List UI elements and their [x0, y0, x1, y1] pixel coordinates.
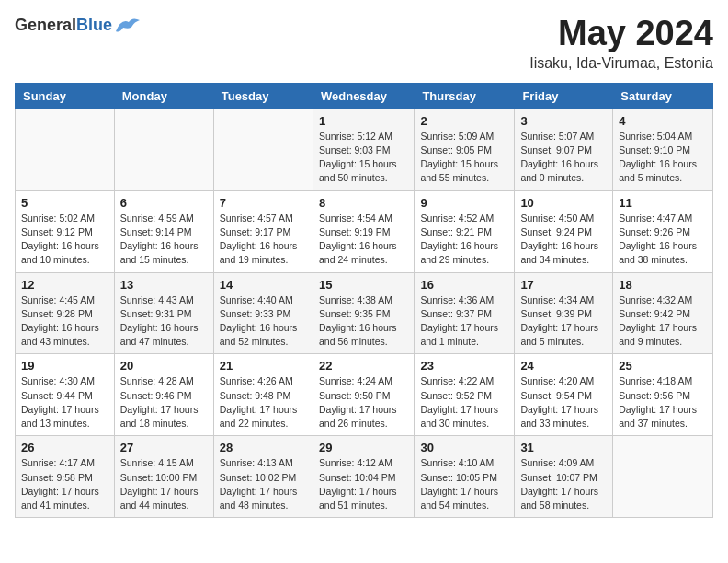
day-info: Sunrise: 5:12 AM Sunset: 9:03 PM Dayligh…	[319, 130, 408, 186]
day-number: 4	[619, 114, 707, 128]
calendar-week-row: 5Sunrise: 5:02 AM Sunset: 9:12 PM Daylig…	[16, 190, 713, 272]
day-info: Sunrise: 5:09 AM Sunset: 9:05 PM Dayligh…	[420, 130, 508, 186]
day-info: Sunrise: 4:47 AM Sunset: 9:26 PM Dayligh…	[619, 212, 707, 268]
calendar-cell: 16Sunrise: 4:36 AM Sunset: 9:37 PM Dayli…	[415, 272, 515, 354]
day-number: 1	[319, 114, 408, 128]
logo-text-blue: Blue	[76, 16, 112, 34]
calendar-cell: 31Sunrise: 4:09 AM Sunset: 10:07 PM Dayl…	[515, 436, 613, 518]
location-title: Iisaku, Ida-Virumaa, Estonia	[529, 55, 713, 72]
day-info: Sunrise: 4:26 AM Sunset: 9:48 PM Dayligh…	[220, 374, 307, 431]
day-number: 20	[120, 359, 208, 373]
day-number: 26	[21, 441, 108, 454]
weekday-header-saturday: Saturday	[613, 83, 713, 109]
month-title: May 2024	[529, 15, 713, 53]
day-info: Sunrise: 4:18 AM Sunset: 9:56 PM Dayligh…	[619, 374, 707, 431]
weekday-header-sunday: Sunday	[16, 83, 115, 109]
day-info: Sunrise: 4:36 AM Sunset: 9:37 PM Dayligh…	[420, 293, 508, 350]
calendar-cell	[213, 109, 313, 190]
day-info: Sunrise: 4:09 AM Sunset: 10:07 PM Daylig…	[520, 456, 607, 512]
day-number: 9	[420, 196, 508, 210]
calendar-cell: 6Sunrise: 4:59 AM Sunset: 9:14 PM Daylig…	[114, 190, 213, 272]
day-info: Sunrise: 4:40 AM Sunset: 9:33 PM Dayligh…	[220, 293, 307, 350]
day-info: Sunrise: 4:22 AM Sunset: 9:52 PM Dayligh…	[420, 374, 508, 431]
day-number: 27	[120, 441, 208, 454]
day-info: Sunrise: 4:13 AM Sunset: 10:02 PM Daylig…	[220, 456, 307, 512]
calendar-week-row: 19Sunrise: 4:30 AM Sunset: 9:44 PM Dayli…	[16, 354, 713, 436]
calendar-table: SundayMondayTuesdayWednesdayThursdayFrid…	[15, 83, 713, 518]
logo-bird-icon	[114, 15, 140, 35]
day-number: 14	[220, 278, 307, 292]
day-number: 7	[220, 196, 307, 210]
day-info: Sunrise: 4:43 AM Sunset: 9:31 PM Dayligh…	[120, 293, 208, 350]
calendar-cell: 21Sunrise: 4:26 AM Sunset: 9:48 PM Dayli…	[213, 354, 313, 436]
calendar-cell: 9Sunrise: 4:52 AM Sunset: 9:21 PM Daylig…	[415, 190, 515, 272]
weekday-header-monday: Monday	[114, 83, 213, 109]
calendar-cell: 13Sunrise: 4:43 AM Sunset: 9:31 PM Dayli…	[114, 272, 213, 354]
day-number: 8	[319, 196, 408, 210]
calendar-cell: 3Sunrise: 5:07 AM Sunset: 9:07 PM Daylig…	[515, 109, 613, 190]
calendar-cell: 14Sunrise: 4:40 AM Sunset: 9:33 PM Dayli…	[213, 272, 313, 354]
day-info: Sunrise: 4:20 AM Sunset: 9:54 PM Dayligh…	[520, 374, 607, 431]
weekday-header-wednesday: Wednesday	[313, 83, 414, 109]
day-number: 19	[21, 359, 108, 373]
day-info: Sunrise: 4:50 AM Sunset: 9:24 PM Dayligh…	[520, 212, 607, 268]
calendar-cell	[114, 109, 213, 190]
calendar-cell	[16, 109, 115, 190]
calendar-cell: 24Sunrise: 4:20 AM Sunset: 9:54 PM Dayli…	[515, 354, 613, 436]
weekday-header-tuesday: Tuesday	[213, 83, 313, 109]
calendar-week-row: 12Sunrise: 4:45 AM Sunset: 9:28 PM Dayli…	[16, 272, 713, 354]
day-number: 10	[520, 196, 607, 210]
logo: GeneralBlue	[15, 15, 140, 35]
calendar-cell: 2Sunrise: 5:09 AM Sunset: 9:05 PM Daylig…	[415, 109, 515, 190]
day-info: Sunrise: 5:07 AM Sunset: 9:07 PM Dayligh…	[520, 130, 607, 186]
day-number: 22	[319, 359, 408, 373]
day-number: 17	[520, 278, 607, 292]
calendar-cell: 4Sunrise: 5:04 AM Sunset: 9:10 PM Daylig…	[613, 109, 713, 190]
day-info: Sunrise: 4:30 AM Sunset: 9:44 PM Dayligh…	[21, 374, 108, 431]
day-number: 6	[120, 196, 208, 210]
day-number: 2	[420, 114, 508, 128]
weekday-header-row: SundayMondayTuesdayWednesdayThursdayFrid…	[16, 83, 713, 109]
calendar-cell: 11Sunrise: 4:47 AM Sunset: 9:26 PM Dayli…	[613, 190, 713, 272]
day-number: 24	[520, 359, 607, 373]
day-info: Sunrise: 4:15 AM Sunset: 10:00 PM Daylig…	[120, 456, 208, 512]
day-info: Sunrise: 4:54 AM Sunset: 9:19 PM Dayligh…	[319, 212, 408, 268]
day-number: 15	[319, 278, 408, 292]
day-number: 3	[520, 114, 607, 128]
day-number: 12	[21, 278, 108, 292]
calendar-cell: 30Sunrise: 4:10 AM Sunset: 10:05 PM Dayl…	[415, 436, 515, 518]
calendar-cell: 25Sunrise: 4:18 AM Sunset: 9:56 PM Dayli…	[613, 354, 713, 436]
calendar-cell: 1Sunrise: 5:12 AM Sunset: 9:03 PM Daylig…	[313, 109, 414, 190]
day-number: 18	[619, 278, 707, 292]
title-area: May 2024 Iisaku, Ida-Virumaa, Estonia	[529, 15, 713, 72]
day-number: 25	[619, 359, 707, 373]
day-info: Sunrise: 4:52 AM Sunset: 9:21 PM Dayligh…	[420, 212, 508, 268]
page-header: GeneralBlue May 2024 Iisaku, Ida-Virumaa…	[15, 15, 713, 72]
day-info: Sunrise: 5:02 AM Sunset: 9:12 PM Dayligh…	[21, 212, 108, 268]
day-number: 31	[520, 441, 607, 454]
day-number: 11	[619, 196, 707, 210]
calendar-cell: 10Sunrise: 4:50 AM Sunset: 9:24 PM Dayli…	[515, 190, 613, 272]
calendar-cell: 22Sunrise: 4:24 AM Sunset: 9:50 PM Dayli…	[313, 354, 414, 436]
calendar-cell: 18Sunrise: 4:32 AM Sunset: 9:42 PM Dayli…	[613, 272, 713, 354]
day-number: 28	[220, 441, 307, 454]
day-number: 16	[420, 278, 508, 292]
calendar-cell: 7Sunrise: 4:57 AM Sunset: 9:17 PM Daylig…	[213, 190, 313, 272]
calendar-cell: 17Sunrise: 4:34 AM Sunset: 9:39 PM Dayli…	[515, 272, 613, 354]
day-info: Sunrise: 4:28 AM Sunset: 9:46 PM Dayligh…	[120, 374, 208, 431]
calendar-cell: 26Sunrise: 4:17 AM Sunset: 9:58 PM Dayli…	[16, 436, 115, 518]
day-info: Sunrise: 4:59 AM Sunset: 9:14 PM Dayligh…	[120, 212, 208, 268]
day-number: 29	[319, 441, 408, 454]
calendar-cell: 27Sunrise: 4:15 AM Sunset: 10:00 PM Dayl…	[114, 436, 213, 518]
day-info: Sunrise: 4:17 AM Sunset: 9:58 PM Dayligh…	[21, 456, 108, 512]
day-info: Sunrise: 4:10 AM Sunset: 10:05 PM Daylig…	[420, 456, 508, 512]
calendar-cell: 8Sunrise: 4:54 AM Sunset: 9:19 PM Daylig…	[313, 190, 414, 272]
day-info: Sunrise: 4:45 AM Sunset: 9:28 PM Dayligh…	[21, 293, 108, 350]
day-number: 23	[420, 359, 508, 373]
day-info: Sunrise: 4:12 AM Sunset: 10:04 PM Daylig…	[319, 456, 408, 512]
weekday-header-friday: Friday	[515, 83, 613, 109]
calendar-cell: 5Sunrise: 5:02 AM Sunset: 9:12 PM Daylig…	[16, 190, 115, 272]
day-info: Sunrise: 4:38 AM Sunset: 9:35 PM Dayligh…	[319, 293, 408, 350]
day-info: Sunrise: 4:32 AM Sunset: 9:42 PM Dayligh…	[619, 293, 707, 350]
calendar-cell: 12Sunrise: 4:45 AM Sunset: 9:28 PM Dayli…	[16, 272, 115, 354]
